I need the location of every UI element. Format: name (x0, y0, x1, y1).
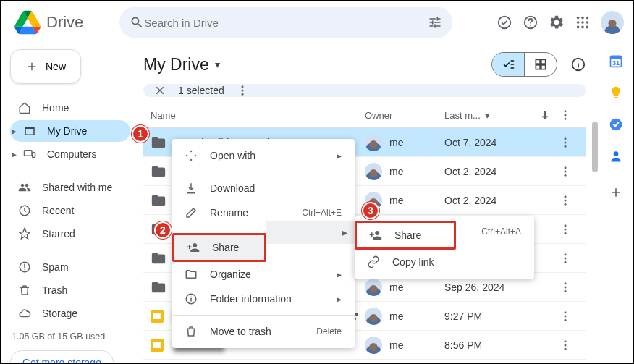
cell-last-modified: Oct 7, 2024 (444, 137, 538, 148)
column-menu[interactable] (559, 109, 579, 122)
sidebar-item-recent[interactable]: Recent (10, 200, 130, 221)
person-add-icon (186, 241, 200, 254)
ctx-share-arrow-area[interactable]: ▸ (266, 221, 355, 244)
row-menu[interactable] (559, 223, 579, 236)
row-menu[interactable] (559, 281, 579, 294)
svg-point-16 (24, 269, 25, 270)
more-vert-icon (559, 281, 572, 294)
more-vert-icon[interactable] (236, 84, 249, 97)
sidebar-item-my-drive[interactable]: ▸ My Drive (10, 120, 130, 142)
svg-point-27 (565, 114, 567, 117)
svg-point-26 (565, 110, 567, 112)
row-menu[interactable] (559, 310, 579, 323)
grid-view-button[interactable] (524, 53, 557, 76)
owner-avatar (365, 279, 382, 296)
svg-point-48 (565, 315, 567, 317)
row-menu[interactable] (559, 194, 579, 207)
ctx-download[interactable]: Download (172, 176, 355, 200)
info-icon[interactable] (570, 56, 586, 72)
more-vert-icon (559, 136, 572, 149)
more-vert-icon (559, 252, 572, 265)
svg-rect-61 (614, 97, 618, 98)
svg-rect-12 (25, 151, 33, 156)
ctx-share[interactable]: Share (172, 233, 266, 262)
row-menu[interactable] (559, 339, 579, 352)
svg-point-2 (530, 25, 531, 26)
ready-offline-icon[interactable] (496, 14, 512, 30)
add-side-panel-icon[interactable] (609, 185, 623, 200)
slides-icon (151, 339, 164, 352)
sidebar-item-shared[interactable]: Shared with me (10, 177, 130, 198)
sidebar-item-starred[interactable]: Starred (10, 223, 130, 245)
svg-point-31 (565, 145, 567, 147)
svg-point-29 (565, 137, 567, 140)
gear-icon[interactable] (549, 14, 565, 30)
column-last-modified[interactable]: Last m... ▾ (444, 110, 538, 121)
main-area: My Drive ▾ 1 selected Name Owner Last m.… (138, 43, 599, 363)
slides-icon (151, 310, 164, 323)
folder-icon (151, 164, 166, 179)
svg-point-22 (578, 62, 578, 62)
tasks-icon[interactable] (609, 117, 623, 132)
get-more-storage-button[interactable]: Get more storage (10, 350, 114, 364)
plus-icon (25, 59, 38, 75)
row-menu[interactable] (559, 136, 579, 149)
sort-direction[interactable] (538, 109, 559, 122)
row-menu[interactable] (559, 252, 579, 265)
submenu-share[interactable]: Share (355, 221, 456, 250)
cell-owner: me (365, 308, 444, 325)
trash-icon (184, 325, 198, 338)
chevron-down-icon[interactable]: ▾ (215, 59, 220, 70)
folder-icon (151, 135, 166, 151)
svg-point-49 (565, 318, 567, 321)
ctx-move-to-trash[interactable]: Move to trash Delete (172, 319, 355, 344)
column-name[interactable]: Name (151, 110, 365, 121)
owner-name: me (389, 195, 403, 206)
close-icon[interactable] (153, 84, 166, 97)
page-title[interactable]: My Drive (143, 55, 209, 75)
svg-point-3 (577, 17, 580, 20)
open-with-icon (184, 149, 198, 162)
ctx-organize[interactable]: Organize ▸ (172, 262, 355, 287)
drive-logo[interactable]: Drive (10, 9, 83, 35)
contacts-icon[interactable] (609, 149, 623, 164)
ctx-shortcut: Ctrl+Alt+A (481, 227, 521, 237)
svg-point-63 (614, 151, 619, 156)
search-bar[interactable] (119, 7, 452, 38)
account-avatar[interactable] (601, 11, 624, 34)
sidebar-item-label: Trash (42, 284, 67, 296)
svg-point-57 (190, 296, 191, 297)
sidebar-item-trash[interactable]: Trash (10, 279, 130, 301)
table-row[interactable]: ███████meOct 11, 2024 (143, 360, 586, 364)
svg-point-38 (565, 224, 567, 227)
sidebar-item-home[interactable]: Home (10, 97, 130, 119)
column-owner[interactable]: Owner (365, 110, 444, 121)
svg-text:31: 31 (612, 59, 620, 67)
topbar: Drive (1, 1, 633, 43)
svg-point-8 (586, 21, 589, 24)
svg-point-47 (565, 311, 567, 313)
apps-grid-icon[interactable] (575, 14, 591, 30)
tune-icon[interactable] (428, 15, 442, 30)
submenu-copy-link[interactable]: Copy link (355, 250, 534, 274)
ctx-open-with[interactable]: Open with ▸ (172, 143, 355, 168)
new-button[interactable]: New (10, 49, 81, 84)
row-menu[interactable] (559, 165, 579, 178)
ctx-folder-info[interactable]: Folder information ▸ (172, 287, 355, 311)
keep-icon[interactable] (609, 85, 623, 100)
svg-point-32 (565, 166, 567, 169)
owner-name: me (389, 339, 403, 351)
search-input[interactable] (144, 17, 428, 29)
list-view-button[interactable] (492, 53, 524, 76)
calendar-icon[interactable]: 31 (609, 54, 623, 68)
help-icon[interactable] (523, 14, 538, 30)
sidebar-item-spam[interactable]: Spam (10, 256, 130, 278)
ctx-item-label: Share (394, 229, 421, 241)
folder-icon (184, 268, 198, 281)
table-header: Name Owner Last m... ▾ (143, 103, 586, 128)
scrollbar[interactable] (592, 122, 598, 172)
svg-rect-19 (536, 65, 540, 69)
sidebar-item-storage[interactable]: Storage (10, 302, 130, 324)
sidebar-item-computers[interactable]: ▸ Computers (10, 143, 130, 165)
selection-count: 1 selected (178, 85, 224, 96)
